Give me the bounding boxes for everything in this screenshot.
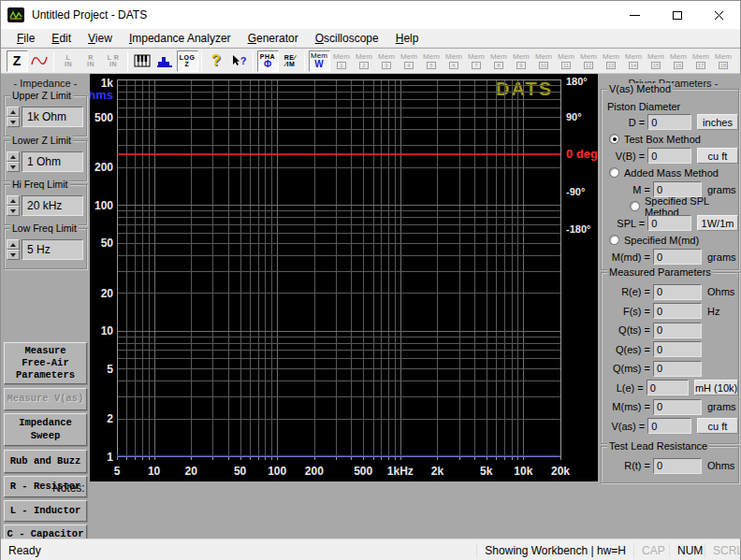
box-volume-field[interactable]: 0 <box>647 148 691 164</box>
cursor-arrow-icon <box>231 54 240 67</box>
menu-oscilloscope[interactable]: Oscilloscope <box>307 29 387 48</box>
vas-field[interactable]: 0 <box>647 418 691 434</box>
le-field[interactable]: 0 <box>647 380 689 395</box>
menu-file[interactable]: File <box>8 29 43 48</box>
spin-up-button[interactable] <box>7 195 20 206</box>
spin-up-button[interactable] <box>7 107 20 117</box>
mem-label: Mem <box>333 53 350 61</box>
mem-label: Mem <box>625 53 642 61</box>
up-arrow-icon <box>10 155 16 159</box>
menu-impedance-analyzer[interactable]: Impedance Analyzer <box>121 29 240 48</box>
menu-help[interactable]: Help <box>387 29 428 48</box>
notes-label: Notes: <box>52 481 85 495</box>
mmd-field[interactable]: 0 <box>653 249 702 265</box>
waveform-w-icon: W <box>314 60 323 69</box>
qms-field[interactable]: 0 <box>653 361 702 377</box>
mem-16-button: Mem16 <box>668 50 690 72</box>
help-button[interactable]: ? <box>206 50 227 72</box>
spin-down-button[interactable] <box>7 250 20 260</box>
le-unit-button[interactable]: mH (10k) <box>694 380 738 395</box>
re-im-button[interactable]: RE∕∕IM <box>280 50 301 72</box>
menu-view[interactable]: View <box>80 29 121 48</box>
mem-9-button: Mem9 <box>511 50 532 72</box>
main-area: - Impedance - Upper Z Limit1k OhmLower Z… <box>1 74 741 538</box>
phase-button[interactable]: PHAΦ <box>257 50 279 72</box>
added-mass-field-label: M = <box>602 184 650 195</box>
close-button[interactable] <box>698 1 740 29</box>
qts-field[interactable]: 0 <box>653 323 702 338</box>
piston-diameter-unit-button[interactable]: inches <box>697 114 738 130</box>
spin-down-button[interactable] <box>7 117 20 127</box>
spin-down-button[interactable] <box>7 206 20 216</box>
spin-down-button[interactable] <box>7 162 20 172</box>
specified-spl-method-radio[interactable] <box>630 201 640 211</box>
svg-text:180°: 180° <box>566 76 588 87</box>
limit-value-field[interactable]: 1 Ohm <box>22 151 83 172</box>
impedance-button[interactable]: Impedance Sweep <box>4 413 87 446</box>
mem-number-box: 15 <box>651 62 661 69</box>
limit-value-field[interactable]: 5 Hz <box>22 239 83 260</box>
fs-unit-label: Hz <box>707 306 719 317</box>
spinner-control <box>7 107 20 127</box>
svg-text:50: 50 <box>234 465 247 478</box>
mmd-unit-label: grams <box>707 251 736 263</box>
mem-13-button: Mem13 <box>601 50 622 72</box>
fs-field[interactable]: 0 <box>653 303 702 319</box>
context-help-button[interactable]: ? <box>228 50 250 72</box>
sine-wave-button[interactable] <box>29 50 51 72</box>
spl-unit-button[interactable]: 1W/1m <box>697 215 738 231</box>
step-wave-button[interactable] <box>154 50 176 72</box>
spl-field[interactable]: 0 <box>647 215 691 231</box>
added-mass-method-radio[interactable] <box>609 167 619 178</box>
added-mass-method-label: Added Mass Method <box>624 167 719 179</box>
mms-field[interactable]: 0 <box>653 399 702 415</box>
menu-generator[interactable]: Generator <box>240 29 307 48</box>
added-mass-method-radio-row: Added Mass Method <box>602 165 738 180</box>
piano-keys-button[interactable] <box>132 50 153 72</box>
qts-row: Q(ts) =0 <box>602 321 738 340</box>
left-right-input-button: L RIN <box>103 50 124 72</box>
maximize-button[interactable] <box>656 1 698 29</box>
log-z-button[interactable]: LOGZ <box>177 50 198 72</box>
measure-button[interactable]: Measure Free-Air Parameters <box>4 342 87 384</box>
left-right-input-button-line1: L R <box>108 54 120 61</box>
test-box-method-radio[interactable] <box>609 134 619 144</box>
spin-up-button[interactable] <box>7 151 20 162</box>
vas-unit-button[interactable]: cu ft <box>697 418 738 434</box>
impedance-graph[interactable]: DATS 1k500200100502010521Ohms51020501002… <box>90 74 598 481</box>
limit-value-field[interactable]: 1k Ohm <box>22 107 83 127</box>
box-volume-unit-button[interactable]: cu ft <box>697 148 738 164</box>
qes-field[interactable]: 0 <box>653 341 702 357</box>
limit-group-label: Upper Z Limit <box>10 90 73 101</box>
re-field[interactable]: 0 <box>653 284 702 300</box>
mem-12-button: Mem12 <box>578 50 600 72</box>
mem-label: Mem <box>580 53 597 61</box>
specified-mmd-radio[interactable] <box>609 235 619 245</box>
mem-5-button: Mem5 <box>421 50 443 72</box>
mem-label: Mem <box>400 53 417 61</box>
mem-label: Mem <box>445 53 462 61</box>
test-lead-resistance-legend: Test Lead Resistance <box>607 440 709 452</box>
svg-text:50: 50 <box>101 237 114 250</box>
rub-and-buzz-button[interactable]: Rub and Buzz <box>4 450 87 473</box>
svg-text:-90°: -90° <box>566 186 585 197</box>
minimize-button[interactable] <box>614 1 656 29</box>
l-inductor-button[interactable]: L - Inductor <box>4 500 87 522</box>
mem-waveform-button[interactable]: MemW <box>309 50 330 72</box>
help-question-icon: ? <box>211 53 221 68</box>
impedance-panel-header: - Impedance - <box>1 74 90 89</box>
right-input-button: RIN <box>80 50 102 72</box>
menu-edit[interactable]: Edit <box>43 29 80 48</box>
rt-field[interactable]: 0 <box>653 458 702 474</box>
limit-value-field[interactable]: 20 kHz <box>22 195 83 216</box>
piston-diameter-field[interactable]: 0 <box>647 114 691 130</box>
spinner-control <box>7 195 20 216</box>
mem-number-box: 18 <box>719 62 728 69</box>
svg-text:90°: 90° <box>566 111 582 122</box>
piston-diameter-row: D =0inches <box>602 113 738 131</box>
spl-field-label: SPL = <box>602 218 645 229</box>
impedance-z-button[interactable]: Z <box>7 50 28 72</box>
test-box-method-radio-row: Test Box Method <box>602 131 738 147</box>
spin-up-button[interactable] <box>7 239 20 250</box>
le-row: L(e) =0mH (10k) <box>602 379 738 398</box>
